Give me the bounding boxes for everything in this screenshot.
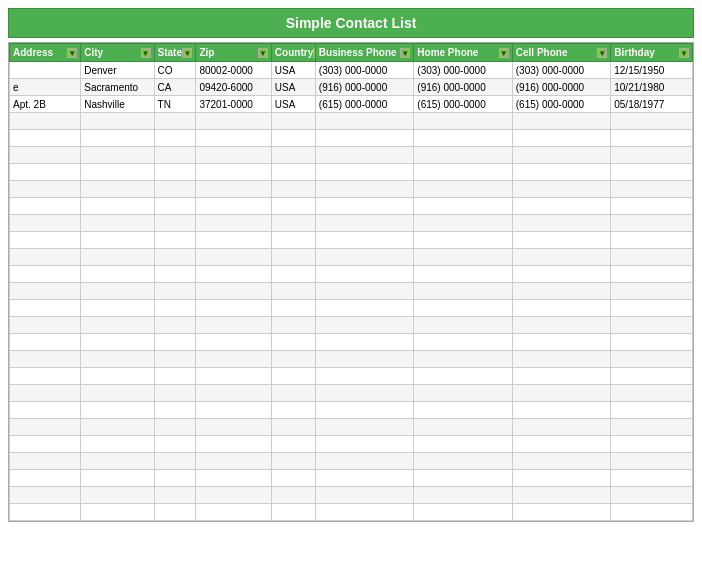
cell-address-12[interactable] [10, 266, 81, 283]
cell-address-17[interactable] [10, 351, 81, 368]
cell-state-1[interactable]: CA [154, 79, 196, 96]
cell-hphone-8[interactable] [414, 198, 512, 215]
cell-address-21[interactable] [10, 419, 81, 436]
cell-bphone-18[interactable] [315, 368, 413, 385]
cell-country-21[interactable] [271, 419, 315, 436]
cell-state-23[interactable] [154, 453, 196, 470]
column-header-birthday[interactable]: Birthday▼ [611, 44, 693, 62]
cell-cphone-2[interactable]: (615) 000-0000 [512, 96, 610, 113]
cell-country-14[interactable] [271, 300, 315, 317]
cell-zip-24[interactable] [196, 470, 271, 487]
cell-country-16[interactable] [271, 334, 315, 351]
cell-city-13[interactable] [81, 283, 154, 300]
cell-hphone-7[interactable] [414, 181, 512, 198]
cell-country-9[interactable] [271, 215, 315, 232]
cell-birthday-11[interactable] [611, 249, 693, 266]
cell-address-5[interactable] [10, 147, 81, 164]
cell-cphone-24[interactable] [512, 470, 610, 487]
cell-city-18[interactable] [81, 368, 154, 385]
cell-country-25[interactable] [271, 487, 315, 504]
cell-hphone-25[interactable] [414, 487, 512, 504]
cell-state-12[interactable] [154, 266, 196, 283]
column-header-city[interactable]: City▼ [81, 44, 154, 62]
cell-bphone-8[interactable] [315, 198, 413, 215]
cell-address-25[interactable] [10, 487, 81, 504]
cell-city-19[interactable] [81, 385, 154, 402]
cell-country-24[interactable] [271, 470, 315, 487]
cell-zip-0[interactable]: 80002-0000 [196, 62, 271, 79]
cell-birthday-5[interactable] [611, 147, 693, 164]
cell-hphone-6[interactable] [414, 164, 512, 181]
column-header-address[interactable]: Address▼ [10, 44, 81, 62]
cell-state-5[interactable] [154, 147, 196, 164]
cell-country-10[interactable] [271, 232, 315, 249]
column-header-country[interactable]: Country▼ [271, 44, 315, 62]
cell-cphone-15[interactable] [512, 317, 610, 334]
cell-bphone-2[interactable]: (615) 000-0000 [315, 96, 413, 113]
cell-country-19[interactable] [271, 385, 315, 402]
cell-bphone-7[interactable] [315, 181, 413, 198]
cell-city-20[interactable] [81, 402, 154, 419]
cell-address-19[interactable] [10, 385, 81, 402]
cell-zip-5[interactable] [196, 147, 271, 164]
cell-hphone-0[interactable]: (303) 000-0000 [414, 62, 512, 79]
cell-country-6[interactable] [271, 164, 315, 181]
cell-bphone-9[interactable] [315, 215, 413, 232]
cell-city-3[interactable] [81, 113, 154, 130]
cell-city-15[interactable] [81, 317, 154, 334]
cell-hphone-18[interactable] [414, 368, 512, 385]
cell-country-7[interactable] [271, 181, 315, 198]
cell-bphone-25[interactable] [315, 487, 413, 504]
cell-bphone-15[interactable] [315, 317, 413, 334]
cell-birthday-12[interactable] [611, 266, 693, 283]
cell-state-18[interactable] [154, 368, 196, 385]
cell-address-7[interactable] [10, 181, 81, 198]
cell-bphone-10[interactable] [315, 232, 413, 249]
cell-cphone-9[interactable] [512, 215, 610, 232]
cell-hphone-19[interactable] [414, 385, 512, 402]
cell-address-24[interactable] [10, 470, 81, 487]
cell-state-4[interactable] [154, 130, 196, 147]
cell-birthday-6[interactable] [611, 164, 693, 181]
cell-zip-2[interactable]: 37201-0000 [196, 96, 271, 113]
cell-hphone-24[interactable] [414, 470, 512, 487]
cell-zip-17[interactable] [196, 351, 271, 368]
cell-country-12[interactable] [271, 266, 315, 283]
cell-cphone-16[interactable] [512, 334, 610, 351]
cell-address-0[interactable] [10, 62, 81, 79]
cell-bphone-4[interactable] [315, 130, 413, 147]
cell-birthday-18[interactable] [611, 368, 693, 385]
cell-state-13[interactable] [154, 283, 196, 300]
cell-zip-14[interactable] [196, 300, 271, 317]
cell-bphone-3[interactable] [315, 113, 413, 130]
cell-country-22[interactable] [271, 436, 315, 453]
filter-icon-city[interactable]: ▼ [141, 48, 151, 58]
cell-birthday-13[interactable] [611, 283, 693, 300]
cell-address-23[interactable] [10, 453, 81, 470]
cell-state-2[interactable]: TN [154, 96, 196, 113]
cell-city-9[interactable] [81, 215, 154, 232]
filter-icon-zip[interactable]: ▼ [258, 48, 268, 58]
cell-hphone-17[interactable] [414, 351, 512, 368]
cell-hphone-13[interactable] [414, 283, 512, 300]
cell-bphone-14[interactable] [315, 300, 413, 317]
cell-zip-23[interactable] [196, 453, 271, 470]
cell-bphone-6[interactable] [315, 164, 413, 181]
cell-bphone-5[interactable] [315, 147, 413, 164]
cell-city-16[interactable] [81, 334, 154, 351]
cell-country-3[interactable] [271, 113, 315, 130]
cell-cphone-13[interactable] [512, 283, 610, 300]
cell-cphone-0[interactable]: (303) 000-0000 [512, 62, 610, 79]
cell-cphone-11[interactable] [512, 249, 610, 266]
cell-country-11[interactable] [271, 249, 315, 266]
cell-hphone-22[interactable] [414, 436, 512, 453]
cell-city-25[interactable] [81, 487, 154, 504]
filter-icon-hphone[interactable]: ▼ [499, 48, 509, 58]
cell-cphone-22[interactable] [512, 436, 610, 453]
cell-zip-26[interactable] [196, 504, 271, 521]
cell-state-14[interactable] [154, 300, 196, 317]
cell-zip-3[interactable] [196, 113, 271, 130]
cell-hphone-5[interactable] [414, 147, 512, 164]
filter-icon-bphone[interactable]: ▼ [400, 48, 410, 58]
cell-cphone-26[interactable] [512, 504, 610, 521]
